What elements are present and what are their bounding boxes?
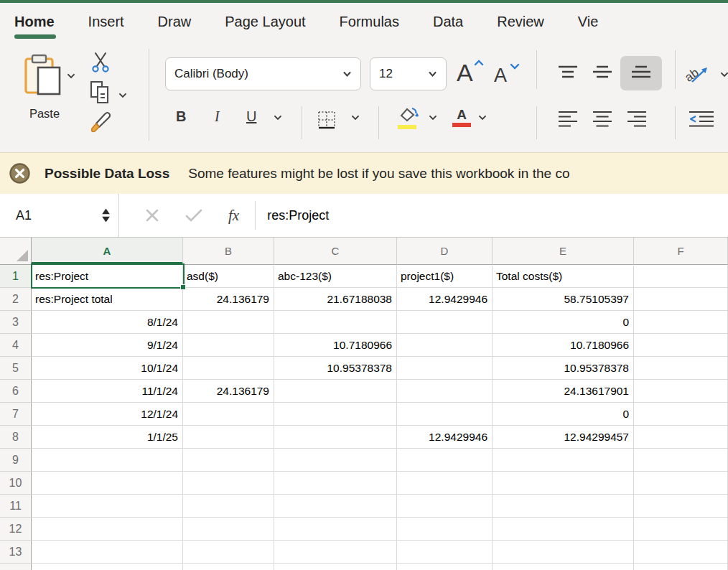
tab-data[interactable]: Data [433,3,463,40]
row-header-10[interactable]: 10 [0,472,32,495]
cell-c10[interactable] [274,472,397,495]
cell-d2[interactable]: 12.9429946 [397,288,493,311]
cell-c5[interactable]: 10.95378378 [274,357,397,380]
cell-a3[interactable]: 8/1/24 [32,311,183,334]
cell-b13[interactable] [183,541,274,564]
copy-chevron-icon[interactable] [118,93,127,98]
align-bottom-button-selected[interactable] [620,56,662,90]
tab-home[interactable]: Home [14,3,55,40]
fill-color-button[interactable] [398,106,421,129]
copy-button[interactable] [89,80,111,105]
cell-d4[interactable] [397,334,493,357]
bold-button[interactable]: B [176,108,186,125]
name-box[interactable]: A1 [0,194,119,237]
align-middle-button[interactable] [592,65,613,82]
cell-d8[interactable]: 12.9429946 [397,426,493,449]
cell-c7[interactable] [274,403,397,426]
name-box-stepper[interactable] [102,209,110,223]
underline-chevron-icon[interactable] [274,115,282,121]
cell-a11[interactable] [32,495,183,518]
cell-c6[interactable] [274,380,397,403]
row-header-8[interactable]: 8 [0,426,32,449]
cell-a5[interactable]: 10/1/24 [32,357,183,380]
cell-f13[interactable] [634,541,728,564]
format-painter-button[interactable] [89,109,113,135]
underline-button[interactable]: U [246,108,256,125]
tab-review[interactable]: Review [497,3,544,40]
row-header-11[interactable]: 11 [0,495,32,518]
cell-d6[interactable] [397,380,493,403]
column-header-b[interactable]: B [183,238,274,265]
font-name-select[interactable]: Calibri (Body) [165,57,361,90]
cell-d10[interactable] [397,472,493,495]
cell-e10[interactable] [493,472,634,495]
decrease-font-size-button[interactable]: A [493,63,520,83]
insert-function-button[interactable]: fx [228,207,239,225]
cell-a9[interactable] [32,449,183,472]
cell-d12[interactable] [397,518,493,541]
column-header-d[interactable]: D [397,238,493,265]
borders-button[interactable] [317,110,337,130]
cell-b7[interactable] [183,403,274,426]
cell-b5[interactable] [183,357,274,380]
cell-f12[interactable] [634,518,728,541]
cell-d3[interactable] [397,311,493,334]
cell-c4[interactable]: 10.7180966 [274,334,397,357]
column-header-f[interactable]: F [634,238,728,265]
cell-e7[interactable]: 0 [493,403,634,426]
cell-b12[interactable] [183,518,274,541]
cell-a8[interactable]: 1/1/25 [32,426,183,449]
cell-d5[interactable] [397,357,493,380]
italic-button[interactable]: I [215,108,220,125]
cell-c1[interactable]: abc-123($) [274,265,397,288]
cell-f7[interactable] [634,403,728,426]
tab-formulas[interactable]: Formulas [340,3,399,40]
cell-b1[interactable]: asd($) [183,265,274,288]
cell-b11[interactable] [183,495,274,518]
align-right-button[interactable] [626,111,648,128]
row-header-1[interactable]: 1 [0,265,32,288]
paste-button[interactable] [23,53,63,96]
select-all-corner[interactable] [0,238,32,265]
cell-c8[interactable] [274,426,397,449]
cell-b9[interactable] [183,449,274,472]
cell-b4[interactable] [183,334,274,357]
cell-e11[interactable] [493,495,634,518]
align-left-button[interactable] [557,111,579,128]
cell-a2[interactable]: res:Project total [32,288,183,311]
cell-e2[interactable]: 58.75105397 [493,288,634,311]
cell-d11[interactable] [397,495,493,518]
cell-a12[interactable] [32,518,183,541]
cell-c11[interactable] [274,495,397,518]
font-color-button[interactable]: A [452,108,471,127]
row-header-5[interactable]: 5 [0,357,32,380]
align-top-button[interactable] [557,65,579,82]
column-header-c[interactable]: C [274,238,397,265]
paste-chevron-icon[interactable] [67,73,75,79]
cell-d13[interactable] [397,541,493,564]
cell-b3[interactable] [183,311,274,334]
cell-e8[interactable]: 12.94299457 [493,426,634,449]
cell-b2[interactable]: 24.136179 [183,288,274,311]
row-header-2[interactable]: 2 [0,288,32,311]
cell-f9[interactable] [634,449,728,472]
cell-d9[interactable] [397,449,493,472]
cell-e5[interactable]: 10.95378378 [493,357,634,380]
cell-e13[interactable] [493,541,634,564]
column-header-e[interactable]: E [493,238,634,265]
cell-a7[interactable]: 12/1/24 [32,403,183,426]
font-color-chevron-icon[interactable] [478,115,487,121]
cell-c2[interactable]: 21.67188038 [274,288,397,311]
cell-f3[interactable] [634,311,728,334]
row-header-6[interactable]: 6 [0,380,32,403]
cut-button[interactable] [91,52,110,73]
cell-e4[interactable]: 10.7180966 [493,334,634,357]
fill-color-chevron-icon[interactable] [429,115,437,121]
cell-c13[interactable] [274,541,397,564]
cell-e9[interactable] [493,449,634,472]
align-center-button[interactable] [592,111,613,128]
row-header-7[interactable]: 7 [0,403,32,426]
cell-b6[interactable]: 24.136179 [183,380,274,403]
tab-insert[interactable]: Insert [88,3,124,40]
fill-handle[interactable] [180,284,186,290]
